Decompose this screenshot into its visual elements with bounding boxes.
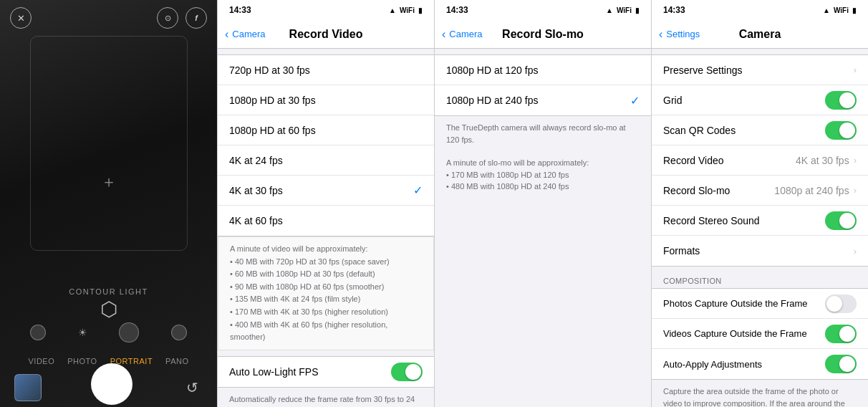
camera-face-outline	[30, 36, 188, 251]
label-record-slomo: Record Slo-mo	[663, 185, 774, 196]
record-video-content: 720p HD at 30 fps 1080p HD at 30 fps 108…	[218, 49, 434, 407]
camera-settings-content: Preserve Settings › Grid Scan QR Codes R…	[652, 49, 868, 407]
toggle-photos-outside[interactable]	[825, 295, 857, 313]
back-label-3: Camera	[449, 29, 482, 39]
label-grid: Grid	[663, 95, 825, 106]
slomo-size-info: A minute of slo-mo will be approximately…	[435, 151, 651, 198]
value-record-slomo: 1080p at 240 fps	[774, 185, 849, 196]
wifi-icon-4: ▲	[823, 6, 830, 14]
row-formats[interactable]: Formats ›	[652, 236, 868, 266]
status-time-3: 14:33	[446, 5, 468, 15]
record-slomo-panel: 14:33 ▲ WiFi ▮ ‹ Camera Record Slo-mo 10…	[434, 0, 651, 407]
camera-settings-panel: 14:33 ▲ WiFi ▮ ‹ Settings Camera Preserv…	[651, 0, 868, 407]
gap-comp	[652, 267, 868, 272]
slomo-content: 1080p HD at 120 fps 1080p HD at 240 fps …	[435, 49, 651, 407]
label-formats: Formats	[663, 245, 854, 257]
label-1080p-60: 1080p HD at 60 fps	[229, 125, 423, 136]
row-auto-adjust[interactable]: Auto-Apply Adjustments	[652, 349, 868, 379]
status-time-4: 14:33	[663, 5, 685, 15]
status-icons-2: ▲ WiFi ▮	[389, 6, 423, 14]
toggle-videos-outside[interactable]	[825, 325, 857, 343]
back-button-4[interactable]: ‹ Settings	[659, 28, 700, 41]
chevron-formats: ›	[854, 246, 857, 257]
camera-focus-icon[interactable]: ⊙	[157, 7, 178, 29]
toggle-auto-low-light[interactable]	[391, 363, 423, 381]
camera-center-cross: ＋	[101, 171, 117, 193]
label-videos-outside: Videos Capture Outside the Frame	[663, 328, 825, 339]
row-1080p-30[interactable]: 1080p HD at 30 fps	[218, 85, 434, 115]
chevron-preserve: ›	[854, 64, 857, 75]
gap-top-4	[652, 49, 868, 54]
label-record-stereo: Record Stereo Sound	[663, 215, 825, 226]
row-scan-qr[interactable]: Scan QR Codes	[652, 115, 868, 145]
slomo-size-text: A minute of slo-mo will be approximately…	[446, 158, 589, 191]
row-4k-60[interactable]: 4K at 60 fps	[218, 206, 434, 236]
label-720p-30: 720p HD at 30 fps	[229, 64, 423, 76]
brightness-icon[interactable]: ☀	[78, 327, 87, 338]
check-4k-30: ✓	[413, 183, 423, 197]
label-1080p-120: 1080p HD at 120 fps	[446, 64, 640, 76]
label-1080p-240: 1080p HD at 240 fps	[446, 95, 630, 106]
row-preserve-settings[interactable]: Preserve Settings ›	[652, 55, 868, 85]
signal-icon-4: WiFi	[834, 6, 849, 14]
toggle-record-stereo[interactable]	[825, 211, 857, 230]
chevron-record-video: ›	[854, 155, 857, 166]
camera-last-photo[interactable]	[14, 374, 42, 401]
camera-bottom-bar: ↺	[0, 368, 217, 407]
row-record-video[interactable]: Record Video 4K at 30 fps ›	[652, 145, 868, 176]
toggle-thumb-auto-adjust	[839, 356, 855, 372]
status-bar-2: 14:33 ▲ WiFi ▮	[218, 0, 434, 20]
row-grid[interactable]: Grid	[652, 85, 868, 115]
toggle-auto-adjust[interactable]	[825, 355, 857, 373]
camera-lens-selector-3[interactable]	[171, 325, 187, 340]
toggle-thumb-scan-qr	[839, 123, 855, 138]
composition-list: Photos Capture Outside the Frame Videos …	[652, 288, 868, 380]
camera-flip-button[interactable]: ↺	[181, 377, 203, 398]
row-record-stereo[interactable]: Record Stereo Sound	[652, 206, 868, 236]
camera-controls-row: ☀	[0, 322, 217, 343]
back-chevron-4: ‹	[659, 28, 662, 41]
battery-icon-4: ▮	[852, 6, 857, 14]
camera-lens-selector-2[interactable]	[119, 322, 139, 343]
back-label-4: Settings	[666, 29, 700, 39]
row-720p-30[interactable]: 720p HD at 30 fps	[218, 55, 434, 85]
composition-info: Capture the area outside the frame of th…	[652, 380, 868, 407]
row-record-slomo[interactable]: Record Slo-mo 1080p at 240 fps ›	[652, 176, 868, 206]
composition-info-text: Capture the area outside the frame of th…	[663, 387, 855, 407]
back-button-2[interactable]: ‹ Camera	[225, 28, 266, 41]
camera-lens-selector-1[interactable]	[30, 325, 46, 340]
toggle-thumb-record-stereo	[839, 213, 855, 229]
row-1080p-240[interactable]: 1080p HD at 240 fps ✓	[435, 85, 651, 115]
back-chevron-3: ‹	[442, 28, 445, 41]
status-icons-4: ▲ WiFi ▮	[823, 6, 857, 14]
mode-pano[interactable]: PANO	[165, 357, 188, 365]
row-photos-outside[interactable]: Photos Capture Outside the Frame	[652, 289, 868, 319]
value-record-video: 4K at 30 fps	[796, 155, 849, 166]
toggle-scan-qr[interactable]	[825, 121, 857, 140]
slomo-truedepth-info: The TrueDepth camera will always record …	[435, 116, 651, 151]
toggle-grid[interactable]	[825, 91, 857, 110]
record-video-panel: 14:33 ▲ WiFi ▮ ‹ Camera Record Video 720…	[217, 0, 434, 407]
row-auto-low-light[interactable]: Auto Low-Light FPS	[218, 357, 434, 387]
toggle-thumb-photos-outside	[826, 296, 842, 312]
camera-info-icon[interactable]: f	[185, 7, 207, 29]
camera-shutter-button[interactable]	[91, 363, 132, 405]
back-chevron-2: ‹	[225, 28, 228, 41]
camera-viewfinder-panel: ✕ ⊙ f ＋ CONTOUR LIGHT ⬡ ☀ VIDEO PHOTO PO…	[0, 0, 217, 407]
nav-bar-4: ‹ Settings Camera	[652, 20, 868, 49]
mode-photo[interactable]: PHOTO	[67, 357, 97, 365]
label-auto-low-light: Auto Low-Light FPS	[229, 366, 391, 378]
row-4k-24[interactable]: 4K at 24 fps	[218, 145, 434, 176]
row-4k-30[interactable]: 4K at 30 fps ✓	[218, 176, 434, 206]
status-time-2: 14:33	[229, 5, 251, 15]
row-1080p-120[interactable]: 1080p HD at 120 fps	[435, 55, 651, 85]
mode-video[interactable]: VIDEO	[29, 357, 55, 365]
camera-live-icon[interactable]: ✕	[10, 7, 32, 29]
row-1080p-60[interactable]: 1080p HD at 60 fps	[218, 115, 434, 145]
label-photos-outside: Photos Capture Outside the Frame	[663, 298, 825, 309]
battery-icon-3: ▮	[635, 6, 640, 14]
check-1080p-240: ✓	[630, 94, 640, 107]
label-preserve-settings: Preserve Settings	[663, 64, 854, 76]
row-videos-outside[interactable]: Videos Capture Outside the Frame	[652, 319, 868, 349]
back-button-3[interactable]: ‹ Camera	[442, 28, 483, 41]
